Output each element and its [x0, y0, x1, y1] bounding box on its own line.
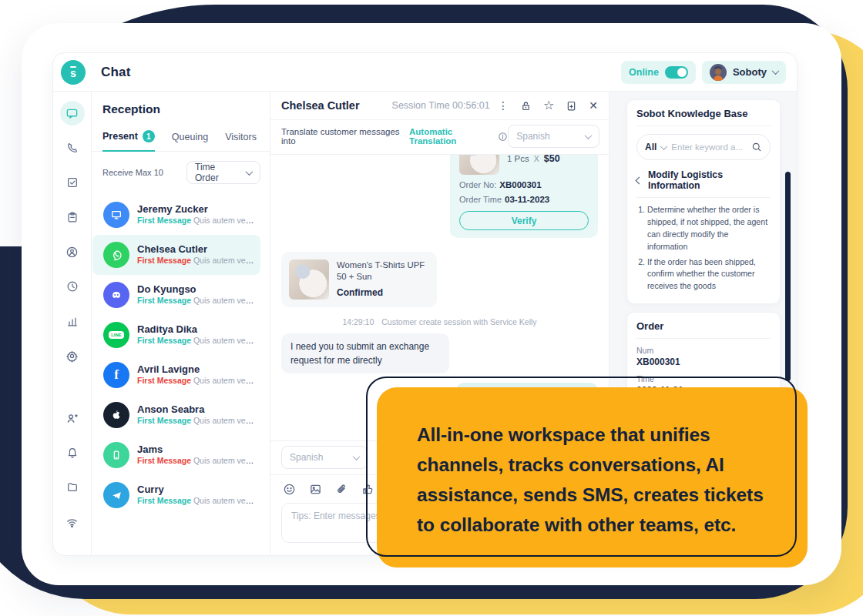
- online-status-pill: Online: [621, 61, 696, 84]
- automatic-translation-link[interactable]: Automatic Translation: [409, 127, 494, 146]
- like-icon[interactable]: [361, 483, 374, 496]
- order-num-value: XB000301: [636, 357, 771, 367]
- knowledge-search: All: [636, 134, 771, 160]
- back-icon[interactable]: [636, 176, 643, 184]
- nav-notifications-icon[interactable]: [60, 440, 85, 465]
- line-channel-icon: LINE: [103, 322, 129, 348]
- page-title: Chat: [101, 65, 131, 80]
- nav-tasks-icon[interactable]: [60, 170, 85, 195]
- user-menu[interactable]: Soboty: [702, 61, 786, 84]
- facebook-channel-icon: f: [103, 362, 129, 388]
- toggle-knob: [677, 68, 687, 77]
- first-message-tag: First Message: [137, 416, 191, 425]
- nav-network-icon[interactable]: [60, 510, 85, 534]
- verify-button[interactable]: Verify: [459, 211, 589, 230]
- chevron-down-icon: [353, 453, 361, 460]
- product-price: $50: [544, 155, 560, 164]
- image-icon[interactable]: [309, 483, 322, 496]
- search-filter-select[interactable]: All: [645, 142, 656, 152]
- nav-contacts-icon[interactable]: [60, 239, 85, 264]
- tab-present[interactable]: Present 1: [102, 124, 155, 152]
- star-icon[interactable]: ☆: [543, 99, 554, 112]
- list-item-jams[interactable]: Jams First Message Quis autem vel eum iu…: [92, 435, 260, 475]
- nav-history-icon[interactable]: [60, 274, 85, 299]
- chat-contact-name: Chelsea Cutler: [281, 99, 360, 112]
- first-message-tag: First Message: [137, 376, 191, 385]
- chevron-down-icon: [660, 142, 668, 150]
- knowledge-base-card: Sobot Knowledge Base All Modify Logistic…: [626, 99, 781, 304]
- product-message-card: Women's T-Shirts UPF 50 + Sun Confirmed: [281, 252, 437, 307]
- list-item-raditya-dika[interactable]: LINE Raditya Dika First Message Quis aut…: [92, 315, 260, 355]
- close-icon[interactable]: ✕: [589, 100, 598, 111]
- article-title: Modify Logistics Information: [648, 169, 771, 191]
- first-message-tag: First Message: [137, 216, 191, 225]
- nav-chat-icon[interactable]: [60, 101, 85, 126]
- translate-language-select[interactable]: Spanish: [508, 125, 599, 148]
- callout-banner: All-in-one workspace that unifies channe…: [377, 387, 808, 567]
- reception-panel: Reception Present 1 Queuing Visitors Rec…: [92, 92, 270, 555]
- order-info-title: Order: [636, 320, 771, 339]
- product-title: Women's T-Shirts UPF 50 + Sun: [337, 259, 429, 283]
- first-message-tag: First Message: [137, 496, 191, 505]
- knowledge-article-header: Modify Logistics Information: [636, 169, 771, 198]
- knowledge-base-title: Sobot Knowledge Base: [636, 108, 771, 126]
- tab-visitors[interactable]: Visitors: [225, 126, 257, 150]
- list-item-anson-seabra[interactable]: Anson Seabra First Message Quis autem ve…: [92, 395, 260, 435]
- tab-queuing[interactable]: Queuing: [172, 126, 208, 150]
- system-message-text: Customer create session with Service Kel…: [381, 317, 536, 326]
- order-message-card: Sun 1 Pcs X $50 Order No:XB000301 Order …: [450, 155, 598, 238]
- article-step: Determine whether the order is shipped, …: [647, 204, 771, 253]
- lock-icon[interactable]: [520, 100, 532, 112]
- list-item-curry[interactable]: Curry First Message Quis autem vel eum i…: [92, 475, 260, 515]
- article-step: If the order has been shipped, confirm w…: [647, 256, 771, 293]
- nav-clipboard-icon[interactable]: [60, 205, 85, 229]
- emoji-icon[interactable]: [283, 483, 296, 496]
- attachment-icon[interactable]: [335, 483, 348, 496]
- first-message-tag: First Message: [137, 336, 191, 345]
- chevron-down-icon: [246, 168, 254, 176]
- more-options-icon[interactable]: ⋮: [498, 100, 509, 111]
- telegram-channel-icon: [103, 482, 129, 508]
- list-item-avril-lavigne[interactable]: f Avril Lavigne First Message Quis autem…: [92, 355, 260, 395]
- order-time: 03-11-2023: [505, 195, 549, 204]
- nav-files-icon[interactable]: [60, 475, 85, 500]
- whatsapp-channel-icon: [103, 242, 129, 268]
- discord-channel-icon: [103, 282, 129, 308]
- order-number: XB000301: [499, 180, 541, 189]
- receive-max-label: Receive Max 10: [102, 168, 163, 177]
- header-right: Online Soboty: [621, 61, 786, 84]
- composer-language-select[interactable]: Spanish: [281, 446, 368, 469]
- info-icon[interactable]: [498, 132, 508, 142]
- translate-label: Translate customer messages into: [281, 127, 405, 146]
- list-item-do-kyungso[interactable]: Do Kyungso First Message Quis autem vel …: [92, 275, 260, 315]
- chevron-down-icon: [585, 132, 593, 139]
- system-message: 14:29:10 Customer create session with Se…: [281, 317, 598, 326]
- first-message-tag: First Message: [137, 296, 191, 305]
- nav-add-agent-icon[interactable]: [60, 406, 85, 430]
- nav-settings-icon[interactable]: [60, 343, 85, 368]
- reception-title: Reception: [92, 92, 270, 124]
- reception-tabs: Present 1 Queuing Visitors: [92, 124, 270, 152]
- sobot-logo: s: [61, 60, 86, 85]
- search-input[interactable]: [671, 142, 747, 152]
- user-name: Soboty: [733, 66, 767, 78]
- list-item-jeremy-zucker[interactable]: Jeremy Zucker First Message Quis autem v…: [92, 195, 260, 235]
- nav-analytics-icon[interactable]: [60, 309, 85, 333]
- list-item-chelsea-cutler[interactable]: Chelsea Cutler First Message Quis autem …: [92, 235, 260, 275]
- online-toggle[interactable]: [665, 66, 688, 79]
- time-order-select[interactable]: Time Order: [186, 161, 260, 184]
- present-count-badge: 1: [143, 130, 155, 142]
- nav-phone-icon[interactable]: [60, 136, 85, 160]
- callout-text: All-in-one workspace that unifies channe…: [377, 415, 808, 541]
- incoming-message-bubble: I need you to submit an exchange request…: [281, 333, 449, 373]
- product-image: [459, 155, 499, 175]
- chat-header: Chelsea Cutler Session Time 00:56:01 ⋮ ☆…: [270, 92, 609, 120]
- web-channel-icon: [103, 202, 129, 228]
- file-add-icon[interactable]: [566, 100, 577, 112]
- article-steps: Determine whether the order is shipped, …: [647, 204, 771, 293]
- app-header: s Chat Online Soboty: [53, 53, 797, 92]
- background-cover: [0, 69, 23, 246]
- panel-scrollbar[interactable]: [785, 172, 791, 381]
- search-icon[interactable]: [751, 142, 762, 152]
- online-label: Online: [629, 67, 659, 78]
